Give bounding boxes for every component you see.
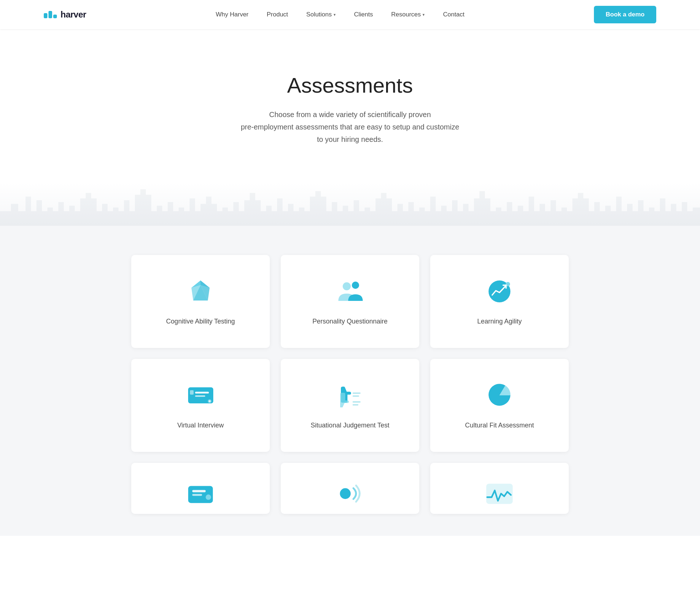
- svg-point-6: [343, 282, 351, 290]
- card-partial-2[interactable]: [281, 463, 419, 514]
- personality-label: Personality Questionnaire: [312, 317, 388, 326]
- learning-label: Learning Agility: [477, 317, 522, 326]
- svg-rect-22: [192, 494, 202, 496]
- svg-rect-16: [353, 392, 361, 394]
- nav-solutions[interactable]: Solutions ▾: [306, 11, 336, 18]
- partial1-icon: [186, 479, 215, 508]
- card-partial-3[interactable]: [430, 463, 569, 514]
- nav-product[interactable]: Product: [267, 11, 288, 18]
- cultural-icon: [485, 381, 514, 410]
- hero-subtitle: Choose from a wide variety of scientific…: [237, 108, 463, 146]
- skyline-icon: [0, 182, 700, 226]
- svg-rect-13: [190, 390, 194, 395]
- virtual-label: Virtual Interview: [177, 421, 224, 430]
- partial2-icon: [335, 479, 365, 508]
- card-cultural[interactable]: Cultural Fit Assessment: [430, 359, 569, 452]
- card-cognitive[interactable]: Cognitive Ability Testing: [131, 255, 270, 348]
- nav-resources[interactable]: Resources ▾: [391, 11, 425, 18]
- nav-clients[interactable]: Clients: [354, 11, 373, 18]
- virtual-icon: [186, 381, 215, 410]
- svg-rect-19: [353, 404, 358, 406]
- svg-rect-21: [192, 490, 206, 492]
- svg-point-15: [209, 400, 210, 402]
- cognitive-label: Cognitive Ability Testing: [166, 317, 235, 326]
- solutions-chevron-icon: ▾: [334, 12, 336, 17]
- card-personality[interactable]: Personality Questionnaire: [281, 255, 419, 348]
- page-title: Assessments: [0, 73, 700, 97]
- svg-rect-11: [195, 392, 209, 394]
- learning-icon: [485, 277, 514, 306]
- skyline-divider: [0, 182, 700, 226]
- book-demo-button[interactable]: Book a demo: [594, 6, 656, 23]
- card-situational[interactable]: Situational Judgement Test: [281, 359, 419, 452]
- cards-grid: Cognitive Ability Testing Personality Qu…: [131, 255, 569, 514]
- card-learning[interactable]: Learning Agility: [430, 255, 569, 348]
- card-virtual[interactable]: Virtual Interview: [131, 359, 270, 452]
- hero-section: Assessments Choose from a wide variety o…: [0, 29, 700, 167]
- card-partial-1[interactable]: [131, 463, 270, 514]
- svg-rect-12: [195, 395, 205, 397]
- svg-rect-18: [353, 401, 361, 403]
- nav-contact[interactable]: Contact: [443, 11, 464, 18]
- svg-point-24: [340, 488, 351, 499]
- cards-section: Cognitive Ability Testing Personality Qu…: [0, 226, 700, 536]
- cultural-label: Cultural Fit Assessment: [465, 421, 534, 430]
- personality-icon: [335, 277, 365, 306]
- resources-chevron-icon: ▾: [423, 12, 425, 17]
- cognitive-icon: [186, 277, 215, 306]
- logo-text: harver: [61, 9, 86, 20]
- logo-waves-icon: [44, 11, 57, 18]
- logo[interactable]: harver: [44, 9, 86, 20]
- svg-point-23: [206, 495, 211, 500]
- navbar: harver Why Harver Product Solutions ▾ Cl…: [0, 0, 700, 29]
- svg-rect-17: [353, 395, 359, 397]
- partial3-icon: [485, 479, 514, 508]
- nav-links: Why Harver Product Solutions ▾ Clients R…: [216, 11, 464, 18]
- situational-label: Situational Judgement Test: [311, 421, 389, 430]
- svg-point-7: [352, 282, 359, 289]
- situational-icon: [335, 381, 365, 410]
- nav-why-harver[interactable]: Why Harver: [216, 11, 249, 18]
